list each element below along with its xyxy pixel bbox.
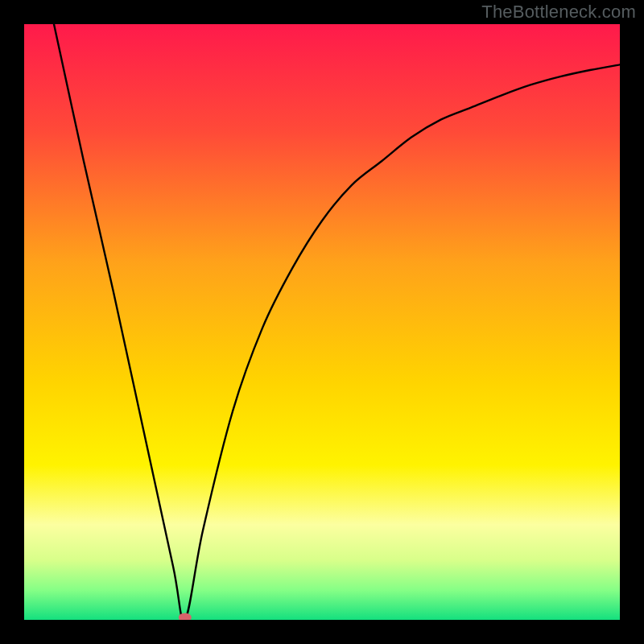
plot-svg [24,24,620,620]
plot-area [24,24,620,620]
chart-frame: TheBottleneck.com [0,0,644,644]
watermark-text: TheBottleneck.com [481,2,636,23]
gradient-background [24,24,620,620]
